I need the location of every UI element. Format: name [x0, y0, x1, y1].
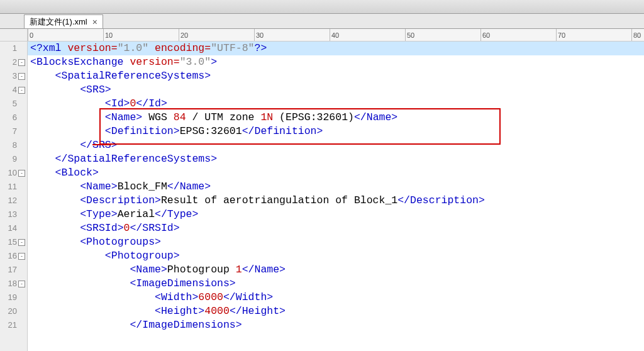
ruler-corner: [0, 29, 28, 41]
fold-toggle[interactable]: -: [18, 87, 25, 94]
gutter-line[interactable]: 17: [0, 263, 25, 277]
window-titlebar: [0, 0, 644, 14]
tab-bar: 新建文件(1).xml ×: [0, 14, 644, 29]
code-line[interactable]: <?xml version="1.0" encoding="UTF-8"?>: [28, 42, 644, 55]
code-line[interactable]: </SpatialReferenceSystems>: [28, 152, 644, 166]
line-gutter: 1 2- 3- 4- 5 6 7 8 9 10- 11 12 13 14 15-…: [0, 42, 28, 351]
gutter-line[interactable]: 3-: [0, 69, 25, 83]
code-line[interactable]: <SRSId>0</SRSId>: [28, 221, 644, 235]
code-line[interactable]: <Name>Block_FM</Name>: [28, 180, 644, 194]
gutter-line[interactable]: 1: [0, 42, 25, 55]
ruler-tick: 10: [103, 29, 113, 41]
code-line[interactable]: <Photogroup>: [28, 249, 644, 263]
code-line[interactable]: <Name>Photogroup 1</Name>: [28, 263, 644, 277]
ruler-tick: 70: [556, 29, 565, 41]
gutter-line[interactable]: 4-: [0, 83, 25, 97]
code-line[interactable]: <Id>0</Id>: [28, 97, 644, 111]
code-line[interactable]: <Height>4000</Height>: [28, 304, 644, 318]
ruler-tick: 30: [254, 29, 264, 41]
code-line[interactable]: <BlocksExchange version="3.0">: [28, 55, 644, 69]
ruler-tick: 0: [28, 29, 33, 41]
ruler-tick: 60: [480, 29, 490, 41]
code-line[interactable]: <Definition>EPSG:32601</Definition>: [28, 125, 644, 138]
gutter-line[interactable]: 14: [0, 221, 25, 235]
gutter-line[interactable]: 12: [0, 194, 25, 208]
code-line[interactable]: <Name> WGS 84 / UTM zone 1N (EPSG:32601)…: [28, 111, 644, 125]
ruler-tick: 80: [631, 29, 641, 41]
gutter-line[interactable]: 6: [0, 111, 25, 125]
gutter-line[interactable]: 2-: [0, 55, 25, 69]
gutter-line[interactable]: 10-: [0, 166, 25, 180]
gutter-line[interactable]: 9: [0, 152, 25, 166]
code-line[interactable]: </ImageDimensions>: [28, 318, 644, 332]
code-area[interactable]: <?xml version="1.0" encoding="UTF-8"?> <…: [28, 42, 644, 351]
ruler-tick: 50: [405, 29, 414, 41]
fold-toggle[interactable]: -: [18, 170, 25, 177]
gutter-line[interactable]: 7: [0, 125, 25, 138]
close-icon[interactable]: ×: [92, 17, 97, 27]
editor-area: 1 2- 3- 4- 5 6 7 8 9 10- 11 12 13 14 15-…: [0, 42, 644, 351]
fold-toggle[interactable]: -: [18, 239, 25, 246]
code-line[interactable]: <Photogroups>: [28, 235, 644, 249]
code-line[interactable]: <ImageDimensions>: [28, 277, 644, 291]
gutter-line[interactable]: 15-: [0, 235, 25, 249]
code-line[interactable]: <Block>: [28, 166, 644, 180]
fold-toggle[interactable]: -: [18, 73, 25, 80]
gutter-line[interactable]: 11: [0, 180, 25, 194]
code-line[interactable]: <SpatialReferenceSystems>: [28, 69, 644, 83]
gutter-line[interactable]: 21: [0, 318, 25, 332]
code-line[interactable]: <Description>Result of aerotriangulation…: [28, 194, 644, 208]
gutter-line[interactable]: 13: [0, 208, 25, 221]
gutter-line[interactable]: 18-: [0, 277, 25, 291]
ruler-row: 01020304050607080: [0, 29, 644, 42]
fold-toggle[interactable]: -: [18, 59, 25, 66]
horizontal-ruler: 01020304050607080: [28, 29, 644, 41]
tab-title: 新建文件(1).xml: [30, 16, 87, 28]
code-line[interactable]: <Type>Aerial</Type>: [28, 208, 644, 221]
code-line[interactable]: <SRS>: [28, 83, 644, 97]
ruler-tick: 40: [330, 29, 339, 41]
gutter-line[interactable]: 20: [0, 304, 25, 318]
gutter-line[interactable]: 16-: [0, 249, 25, 263]
fold-toggle[interactable]: -: [18, 253, 25, 260]
fold-toggle[interactable]: -: [18, 281, 25, 287]
ruler-tick: 20: [179, 29, 188, 41]
gutter-line[interactable]: 5: [0, 97, 25, 111]
gutter-line[interactable]: 19: [0, 291, 25, 304]
tab-file[interactable]: 新建文件(1).xml ×: [24, 14, 103, 28]
code-line[interactable]: <Width>6000</Width>: [28, 291, 644, 304]
gutter-line[interactable]: 8: [0, 138, 25, 152]
code-line[interactable]: </SRS>: [28, 138, 644, 152]
